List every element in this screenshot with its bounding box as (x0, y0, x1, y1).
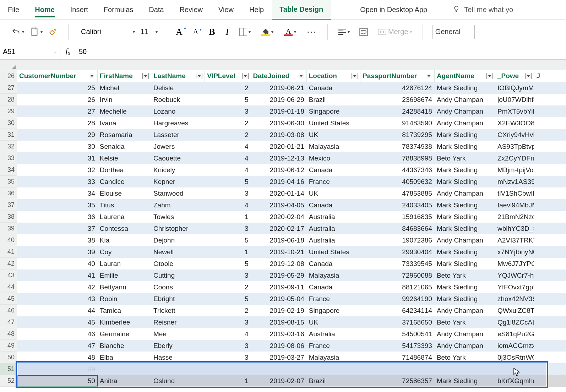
format-painter-button[interactable] (47, 26, 59, 38)
cell[interactable] (435, 387, 495, 392)
cell[interactable]: Canada (307, 164, 360, 176)
cell[interactable]: 45 (17, 316, 98, 328)
table-row[interactable]: 25MichelDelisle22019-06-21Canada42876124… (17, 82, 566, 94)
cell[interactable] (98, 387, 151, 392)
cell[interactable]: Mark Siedling (435, 223, 495, 234)
cell[interactable]: 34 (17, 187, 98, 199)
cell[interactable] (435, 363, 495, 375)
cell[interactable]: 64234114 (360, 305, 435, 316)
cell[interactable]: Beto Yark (435, 316, 495, 328)
cell[interactable] (205, 363, 251, 375)
cell[interactable] (534, 293, 566, 305)
cell[interactable]: 72586357 (360, 375, 435, 387)
cell[interactable] (17, 387, 98, 392)
cell[interactable]: 3 (205, 352, 251, 363)
cell[interactable]: 2019-02-07 (251, 375, 307, 387)
formula-input[interactable]: 50 (76, 48, 566, 56)
cell[interactable] (534, 258, 566, 270)
cell[interactable]: MBjm-tpijVo (495, 164, 534, 176)
cell[interactable]: iomACGmzxk0 (495, 340, 534, 352)
row-header[interactable]: 36 (0, 187, 17, 199)
cell[interactable]: 48 (17, 352, 98, 363)
cell[interactable]: Mark Siedling (435, 246, 495, 258)
row-header[interactable]: 41 (0, 246, 17, 258)
cell[interactable]: Mark Siedling (435, 375, 495, 387)
more-font-button[interactable]: ··· (305, 25, 318, 39)
table-row[interactable]: 42BettyannCoons22019-09-11Canada88121065… (17, 281, 566, 293)
cell[interactable]: 73339545 (360, 258, 435, 270)
table-row[interactable]: 32DortheaKnicely42019-06-12Canada4436734… (17, 164, 566, 176)
cell[interactable]: x7NYjIbnyN0 (495, 246, 534, 258)
cell[interactable]: France (307, 176, 360, 187)
filter-dropdown-icon[interactable] (298, 73, 304, 79)
row-header[interactable]: 28 (0, 94, 17, 105)
row-header[interactable]: 46 (0, 305, 17, 316)
row-header[interactable]: 32 (0, 141, 17, 152)
font-color-button[interactable]: A ▾ (283, 27, 298, 37)
cell[interactable] (534, 234, 566, 246)
cell[interactable]: UK (307, 187, 360, 199)
cell[interactable]: 29930404 (360, 246, 435, 258)
cell[interactable] (534, 352, 566, 363)
cell[interactable]: 4 (205, 141, 251, 152)
table-row[interactable]: 43RobinEbright52019-05-04France99264190M… (17, 293, 566, 305)
cell[interactable]: 84683664 (360, 223, 435, 234)
cell[interactable]: 42876124 (360, 82, 435, 94)
spreadsheet-grid[interactable]: 2627282930313233343536373839404142434445… (0, 60, 566, 392)
row-header[interactable]: 37 (0, 199, 17, 211)
cell[interactable] (534, 340, 566, 352)
row-header[interactable]: 48 (0, 328, 17, 340)
table-row[interactable]: 48ElbaHasse32019-03-27Malayasia71486874B… (17, 352, 566, 363)
cell[interactable]: 2019-02-19 (251, 305, 307, 316)
cell[interactable]: Coons (151, 281, 205, 293)
column-header[interactable]: LastName (151, 70, 205, 82)
cell[interactable]: Australia (307, 328, 360, 340)
cell[interactable]: Reisner (151, 316, 205, 328)
cell[interactable]: Kimberlee (98, 316, 151, 328)
cell[interactable]: 19072386 (360, 234, 435, 246)
cell[interactable]: Brazil (307, 94, 360, 105)
cell[interactable]: Robin (98, 293, 151, 305)
cell[interactable]: 40509632 (360, 176, 435, 187)
cell[interactable]: France (307, 293, 360, 305)
cell[interactable]: joU07WDlhf4 (495, 94, 534, 105)
menu-formulas[interactable]: Formulas (96, 0, 141, 20)
cell[interactable] (534, 211, 566, 223)
cell[interactable] (534, 187, 566, 199)
cell[interactable]: Brazil (307, 375, 360, 387)
cell[interactable]: Rosamaria (98, 129, 151, 141)
cell[interactable]: Stanwood (151, 187, 205, 199)
cell[interactable]: 29 (17, 129, 98, 141)
cell[interactable]: Tamica (98, 305, 151, 316)
cell[interactable]: 1 (205, 211, 251, 223)
cell[interactable]: Mark Siedling (435, 293, 495, 305)
filter-dropdown-icon[interactable] (142, 73, 149, 79)
cell[interactable] (360, 363, 435, 375)
row-header[interactable]: 39 (0, 223, 17, 234)
cell[interactable]: United States (307, 246, 360, 258)
cell[interactable]: Beto Yark (435, 352, 495, 363)
table-row[interactable]: 27MechelleLozano32019-01-18Singapore2428… (17, 105, 566, 117)
cell[interactable]: QWxulZC8TuU (495, 305, 534, 316)
table-row[interactable]: 41EmilieCutting32019-05-29Malayasia72960… (17, 270, 566, 281)
cell[interactable] (495, 363, 534, 375)
row-header[interactable]: 38 (0, 211, 17, 223)
cell[interactable] (534, 246, 566, 258)
cell[interactable]: Andy Champan (435, 328, 495, 340)
cell[interactable]: 15916835 (360, 211, 435, 223)
column-header[interactable]: VIPLevel (205, 70, 251, 82)
cell[interactable]: 2019-12-08 (251, 258, 307, 270)
cell[interactable] (360, 387, 435, 392)
column-header[interactable]: J (534, 70, 566, 82)
cell[interactable]: 3 (205, 223, 251, 234)
cell[interactable]: 25 (17, 82, 98, 94)
cell[interactable]: Roebuck (151, 94, 205, 105)
cell[interactable]: Christopher (151, 223, 205, 234)
cell[interactable]: CXriy94vHvE (495, 129, 534, 141)
cell[interactable]: Mark Siedling (435, 82, 495, 94)
cell[interactable]: Mark Siedling (435, 258, 495, 270)
cell[interactable]: 2019-06-30 (251, 117, 307, 129)
filter-dropdown-icon[interactable] (486, 73, 493, 79)
filter-dropdown-icon[interactable] (196, 73, 202, 79)
cell[interactable]: 5 (205, 234, 251, 246)
